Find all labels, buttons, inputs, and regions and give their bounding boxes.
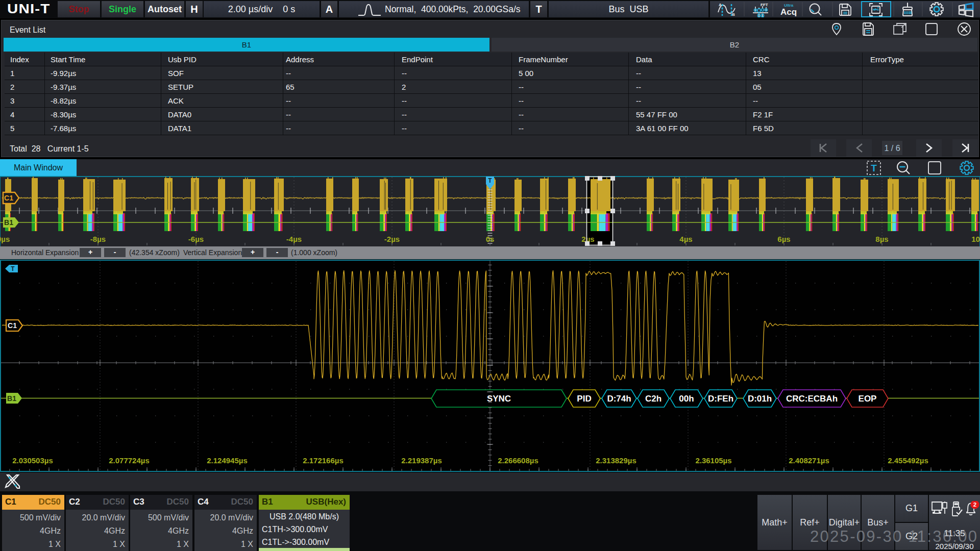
svg-text:6µs: 6µs [777,235,790,243]
svg-text:D:01h: D:01h [748,394,772,404]
svg-text:Acq: Acq [780,7,797,17]
svg-text:1 / 6: 1 / 6 [884,144,900,153]
svg-text:00h: 00h [679,394,694,404]
svg-text:D:FEh: D:FEh [708,394,733,404]
svg-text:T: T [11,265,15,272]
svg-text:2.077724µs: 2.077724µs [109,456,150,465]
svg-text:EOP: EOP [859,394,877,404]
svg-text:B: B [732,12,735,17]
svg-text:A: A [719,3,722,7]
svg-text:FFT: FFT [761,3,768,7]
svg-text:C1: C1 [4,194,13,202]
svg-text:C2h: C2h [645,394,662,404]
svg-text:-6µs: -6µs [188,235,204,243]
svg-text:2.172166µs: 2.172166µs [303,456,344,465]
svg-text:-10µs: -10µs [0,235,10,243]
svg-text:2.36105µs: 2.36105µs [695,456,731,465]
svg-text:B1: B1 [4,218,13,227]
svg-text:D:74h: D:74h [607,394,631,404]
svg-text:-2µs: -2µs [384,235,400,243]
svg-text:8µs: 8µs [875,235,888,243]
svg-text:C1: C1 [8,321,17,330]
svg-text:CRC:ECBAh: CRC:ECBAh [786,394,838,404]
svg-text:10µs: 10µs [971,235,980,243]
svg-text:2.266608µs: 2.266608µs [498,456,538,465]
svg-text:2.030503µs: 2.030503µs [12,456,53,465]
svg-text:0s: 0s [486,235,495,243]
svg-text:2.219387µs: 2.219387µs [401,456,442,465]
svg-text:-8µs: -8µs [90,235,106,243]
svg-text:4µs: 4µs [679,235,692,243]
svg-text:2.455492µs: 2.455492µs [888,456,928,465]
svg-text:2: 2 [973,502,976,508]
svg-text:2.408271µs: 2.408271µs [789,456,829,465]
svg-text:PID: PID [577,394,591,404]
svg-text:B1: B1 [7,394,16,403]
svg-text:T: T [488,177,492,184]
svg-text:2.124945µs: 2.124945µs [207,456,248,465]
svg-text:T: T [871,163,877,173]
svg-text:2.313829µs: 2.313829µs [596,456,636,465]
svg-text:-4µs: -4µs [286,235,302,243]
